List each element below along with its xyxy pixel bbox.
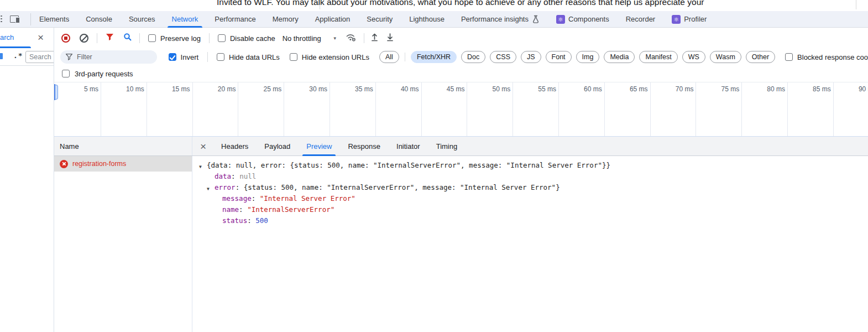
chip-doc[interactable]: Doc bbox=[461, 51, 485, 63]
hide-extension-urls-group[interactable]: Hide extension URLs bbox=[290, 53, 369, 61]
network-overview-timeline[interactable]: 5 ms10 ms15 ms20 ms25 ms30 ms35 ms40 ms4… bbox=[54, 82, 868, 137]
timeline-tick-label: 30 ms bbox=[289, 85, 327, 93]
chip-media[interactable]: Media bbox=[604, 51, 635, 63]
detail-tab-headers[interactable]: Headers bbox=[221, 137, 249, 156]
tab-lighthouse[interactable]: Lighthouse bbox=[401, 11, 453, 28]
timeline-gridline bbox=[604, 82, 605, 136]
device-toolbar-icon[interactable] bbox=[10, 15, 20, 23]
devtools-tabbar: ElementsConsoleSourcesNetworkPerformance… bbox=[0, 11, 868, 28]
chip-img[interactable]: Img bbox=[576, 51, 600, 63]
timeline-tick-label: 65 ms bbox=[609, 85, 648, 93]
flask-icon bbox=[532, 15, 540, 24]
chip-other[interactable]: Other bbox=[746, 51, 775, 63]
tab-components[interactable]: ⚛Components bbox=[548, 11, 618, 28]
chip-fetch-xhr[interactable]: Fetch/XHR bbox=[411, 51, 457, 63]
timeline-tick-label: 60 ms bbox=[563, 85, 602, 93]
tab-label: Console bbox=[86, 15, 112, 23]
tab-security[interactable]: Security bbox=[358, 11, 401, 28]
tab-sources[interactable]: Sources bbox=[121, 11, 164, 28]
preserve-log-group[interactable]: Preserve log bbox=[148, 34, 201, 43]
clear-network-log-icon[interactable] bbox=[80, 34, 88, 43]
name-column-header[interactable]: Name bbox=[54, 137, 192, 155]
tab-label: Components bbox=[568, 15, 609, 23]
json-tree-line[interactable]: ▼error: {status: 500, name: "InternalSer… bbox=[192, 183, 868, 194]
throttling-select[interactable]: No throttling ▼ bbox=[283, 34, 337, 43]
blocked-cookies-checkbox[interactable] bbox=[785, 53, 793, 61]
timeline-gridline bbox=[741, 82, 742, 136]
invert-checkbox[interactable] bbox=[169, 53, 176, 61]
preserve-log-checkbox[interactable] bbox=[148, 34, 156, 42]
json-segment-number: 500 bbox=[255, 216, 268, 225]
hide-extension-urls-checkbox[interactable] bbox=[290, 53, 297, 61]
indent-spacer bbox=[192, 211, 215, 212]
inspect-icon[interactable] bbox=[1, 15, 2, 24]
blocked-cookies-group[interactable]: Blocked response coo bbox=[785, 53, 868, 61]
disable-cache-group[interactable]: Disable cache bbox=[218, 34, 275, 43]
third-party-checkbox[interactable] bbox=[62, 70, 70, 77]
chip-css[interactable]: CSS bbox=[490, 51, 516, 63]
tab-performance[interactable]: Performance bbox=[206, 11, 264, 28]
timeline-gridline bbox=[696, 82, 696, 136]
tab-console[interactable]: Console bbox=[77, 11, 121, 28]
tab-memory[interactable]: Memory bbox=[264, 11, 307, 28]
tab-elements[interactable]: Elements bbox=[31, 11, 77, 28]
chip-wasm[interactable]: Wasm bbox=[710, 51, 741, 63]
match-case-icon[interactable] bbox=[0, 53, 3, 59]
blocked-cookies-label: Blocked response coo bbox=[797, 53, 868, 61]
chip-manifest[interactable]: Manifest bbox=[639, 51, 677, 63]
tab-network[interactable]: Network bbox=[164, 11, 207, 28]
divider bbox=[139, 33, 140, 43]
json-tree-line[interactable]: message: "Internal Server Error" bbox=[192, 194, 868, 205]
json-tree-line[interactable]: status: 500 bbox=[192, 216, 868, 227]
search-tab[interactable]: arch bbox=[0, 33, 14, 42]
disable-cache-checkbox[interactable] bbox=[218, 34, 226, 42]
expander-triangle-icon[interactable]: ▼ bbox=[207, 186, 215, 191]
details-tabbar: × HeadersPayloadPreviewResponseInitiator… bbox=[192, 137, 473, 155]
export-har-icon[interactable] bbox=[386, 33, 394, 44]
overview-selection-handle[interactable] bbox=[54, 85, 58, 100]
filter-input[interactable]: Filter bbox=[60, 50, 157, 64]
regex-toggle-icon[interactable]: .* bbox=[13, 51, 23, 60]
third-party-row: 3rd-party requests bbox=[54, 65, 868, 82]
timeline-gridline bbox=[833, 82, 834, 136]
chip-font[interactable]: Font bbox=[546, 51, 572, 63]
tab-performance-insights[interactable]: Performance insights bbox=[453, 11, 548, 28]
timeline-tick-label: 10 ms bbox=[106, 85, 144, 93]
json-tree-line[interactable]: name: "InternalServerError" bbox=[192, 205, 868, 216]
chip-all[interactable]: All bbox=[379, 51, 399, 63]
json-tree-line[interactable]: ▼{data: null, error: {status: 500, name:… bbox=[192, 161, 868, 172]
chip-ws[interactable]: WS bbox=[682, 51, 705, 63]
tab-label: Performance insights bbox=[461, 15, 529, 23]
network-conditions-icon[interactable] bbox=[346, 33, 357, 44]
search-icon[interactable] bbox=[123, 33, 132, 44]
detail-tab-response[interactable]: Response bbox=[347, 137, 381, 156]
tab-label: Network bbox=[172, 15, 198, 23]
filter-toggle-icon[interactable] bbox=[106, 33, 114, 43]
chip-js[interactable]: JS bbox=[521, 51, 541, 63]
import-har-icon[interactable] bbox=[370, 33, 379, 44]
detail-tab-initiator[interactable]: Initiator bbox=[396, 137, 421, 156]
tab-profiler[interactable]: ⚛Profiler bbox=[663, 11, 715, 28]
tab-label: Profiler bbox=[684, 15, 707, 23]
timeline-tick-label: 80 ms bbox=[746, 85, 785, 93]
expander-triangle-icon[interactable]: ▼ bbox=[199, 164, 207, 169]
tab-application[interactable]: Application bbox=[307, 11, 359, 28]
detail-tab-payload[interactable]: Payload bbox=[264, 137, 291, 156]
invert-group[interactable]: Invert bbox=[169, 53, 199, 61]
close-icon[interactable]: × bbox=[38, 32, 44, 43]
close-icon[interactable]: × bbox=[200, 141, 206, 152]
tab-recorder[interactable]: Recorder bbox=[618, 11, 663, 28]
disable-cache-label: Disable cache bbox=[230, 34, 275, 43]
hide-data-urls-group[interactable]: Hide data URLs bbox=[217, 53, 280, 61]
record-network-log-icon[interactable] bbox=[61, 34, 70, 43]
hide-data-urls-checkbox[interactable] bbox=[217, 53, 224, 61]
json-segment-plain: : bbox=[247, 216, 255, 225]
request-row[interactable]: registration-forms bbox=[54, 156, 192, 172]
json-segment-string: "InternalServerError" bbox=[247, 205, 334, 214]
search-input[interactable] bbox=[25, 51, 54, 63]
timeline-gridline bbox=[284, 82, 284, 136]
json-tree-line[interactable]: data: null bbox=[192, 172, 868, 183]
detail-tab-timing[interactable]: Timing bbox=[436, 137, 458, 156]
network-content: registration-forms ▼{data: null, error: … bbox=[54, 156, 868, 332]
detail-tab-preview[interactable]: Preview bbox=[306, 137, 332, 156]
